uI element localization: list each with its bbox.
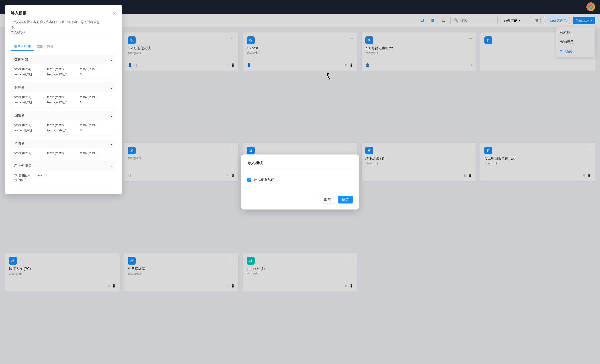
import-perm-checkbox[interactable] [247, 178, 251, 182]
perm-tag: test1 (test1) [14, 151, 47, 155]
confirm-label: 导入权限配置 [254, 178, 274, 182]
perm-section-admin-body: test1 (test1) test2 (test2) test4 (test4… [11, 92, 116, 108]
perm-section-viewer-body: test1 (test1) test2 (test2) test4 (test4… [11, 148, 116, 158]
dialog-close-button[interactable]: ✕ [113, 11, 116, 16]
perm-section-viewer-chevron [110, 142, 113, 146]
perm-tag: testxx用户组 [14, 128, 47, 133]
perm-tag: testxx用户组2 [47, 128, 80, 133]
perm-section-editor-body: test1 (test1) test2 (test2) test4 (test4… [11, 120, 116, 136]
perm-tag: t1 [80, 100, 113, 105]
perm-section-data-title: 数据权限 [14, 57, 28, 62]
perm-section-editor-header[interactable]: 编辑者 [11, 111, 116, 120]
perm-tag: test1 (test1) [14, 123, 47, 127]
perm-tag: test4 (test4) [14, 67, 47, 71]
perm-section-viewer-title: 查看者 [14, 142, 25, 146]
dialog-title: 导入模板 [11, 11, 26, 16]
tab-user-missing[interactable]: 用户不存在 [11, 43, 34, 51]
tenant-row: 功能测试环境的租户 tenant1 [14, 173, 47, 182]
perm-tag: t1 [80, 72, 113, 77]
perm-section-tenant-chevron [110, 164, 113, 168]
perm-tag: test1 (test1) [14, 95, 47, 99]
dialog-desc-line3: 导入模板? [11, 30, 116, 35]
perm-tag: test2 (test2) [47, 151, 80, 155]
perm-tag: testxx用户组2 [47, 72, 80, 77]
confirm-title: 导入模板 [247, 161, 353, 170]
perm-section-tenant-body: 功能测试环境的租户 tenant1 [11, 171, 116, 185]
dialog-title-row: 导入模板 ✕ [11, 11, 116, 16]
perm-section-editor-chevron [110, 114, 113, 118]
perm-section-admin-title: 管理者 [14, 85, 25, 90]
perm-section-viewer-header[interactable]: 查看者 [11, 139, 116, 148]
perm-tag: test2 (test2) [80, 67, 113, 71]
confirm-button[interactable]: 确定 [338, 196, 353, 204]
tab-perm-incompatible[interactable]: 权限不兼容 [34, 43, 57, 51]
perm-tag: test1 (test1) [47, 67, 80, 71]
cancel-button[interactable]: 取消 [320, 196, 335, 204]
perm-section-data-chevron [110, 58, 113, 61]
perm-tag: testxx用户组 [14, 100, 47, 105]
dialog-tabs: 用户不存在 权限不兼容 [11, 43, 116, 51]
perm-section-admin: 管理者 test1 (test1) test2 (test2) test4 (t… [11, 83, 116, 108]
perm-section-editor: 编辑者 test1 (test1) test2 (test2) test4 (t… [11, 111, 116, 136]
perm-tag: test4 (test4) [80, 123, 113, 127]
perm-tag: test2 (test2) [47, 95, 80, 99]
dialog-description: 下列权限配置在当前系统或当前工作区中不兼容，导入时将被忽 略。 导入模板? [11, 20, 116, 39]
perm-tag: testxx用户组 [14, 72, 47, 77]
perm-tag: test4 (test4) [80, 151, 113, 155]
perm-tag: test4 (test4) [80, 95, 113, 99]
import-dialog-left: 导入模板 ✕ 下列权限配置在当前系统或当前工作区中不兼容，导入时将被忽 略。 导… [5, 5, 122, 194]
confirm-footer: 取消 确定 [247, 192, 353, 204]
dialog-desc-line1: 下列权限配置在当前系统或当前工作区中不兼容，导入时将被忽 [11, 20, 116, 25]
dialog-desc-line2: 略。 [11, 25, 116, 30]
perm-section-admin-header[interactable]: 管理者 [11, 83, 116, 92]
perm-section-tenant-header[interactable]: 租户使用者 [11, 161, 116, 171]
perm-section-data-header[interactable]: 数据权限 [11, 55, 116, 64]
perm-section-data-body: test4 (test4) test1 (test1) test2 (test2… [11, 64, 116, 80]
perm-section-editor-title: 编辑者 [14, 113, 25, 118]
import-confirm-dialog: 导入模板 导入权限配置 取消 确定 [241, 155, 359, 210]
perm-section-viewer: 查看者 test1 (test1) test2 (test2) test4 (t… [11, 139, 116, 158]
perm-section-tenant: 租户使用者 功能测试环境的租户 tenant1 [11, 161, 116, 185]
perm-section-data: 数据权限 test4 (test4) test1 (test1) test2 (… [11, 55, 116, 80]
perm-tag: 功能测试环境的租户 [14, 173, 32, 182]
perm-tag: testxx用户组2 [47, 100, 80, 105]
perm-tag: t1 [80, 128, 113, 133]
confirm-body: 导入权限配置 [247, 174, 353, 186]
perm-tag: test2 (test2) [47, 123, 80, 127]
perm-section-tenant-title: 租户使用者 [14, 164, 31, 168]
perm-section-admin-chevron [110, 86, 113, 90]
perm-tag: tenant1 [37, 173, 47, 182]
